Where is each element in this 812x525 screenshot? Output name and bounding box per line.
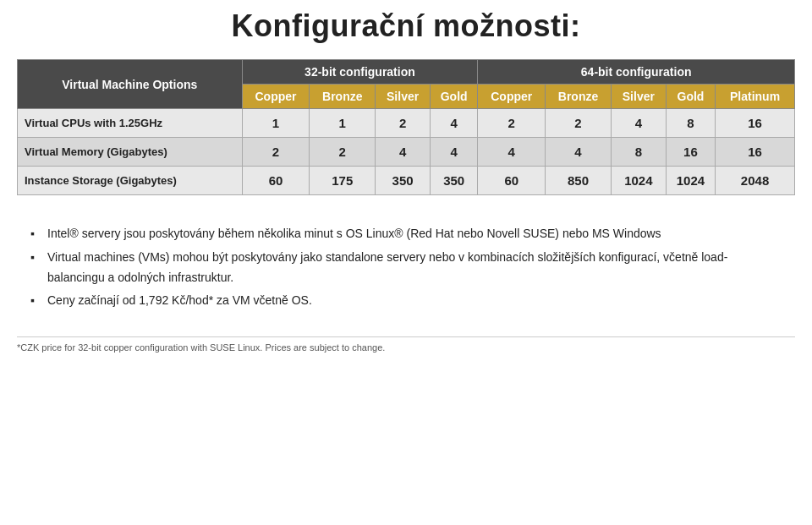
cell-r1-c5: 4 xyxy=(546,138,612,167)
sub-header-platinum: Platinum xyxy=(716,85,795,109)
cell-r0-c5: 2 xyxy=(546,109,612,138)
sub-header-silver: Silver xyxy=(611,85,666,109)
cell-r2-c7: 1024 xyxy=(666,167,715,195)
cell-r0-c3: 4 xyxy=(431,109,478,138)
cell-r1-c6: 8 xyxy=(611,138,666,167)
cell-r2-c4: 60 xyxy=(478,167,546,195)
cell-r2-c5: 850 xyxy=(546,167,612,195)
table-row: Virtual Memory (Gigabytes)22444481616 xyxy=(18,138,795,167)
cell-r0-c8: 16 xyxy=(716,109,795,138)
cell-r2-c1: 175 xyxy=(310,167,376,195)
cell-r2-c3: 350 xyxy=(431,167,478,195)
sub-header-gold: Gold xyxy=(666,85,715,109)
table-body: Virtual CPUs with 1.25GHz1124224816Virtu… xyxy=(18,109,795,195)
cell-r0-c7: 8 xyxy=(666,109,715,138)
sub-header-copper: Copper xyxy=(478,85,546,109)
config-64-header: 64-bit configuration xyxy=(478,60,795,85)
bullets-section: Intel® servery jsou poskytovány během ně… xyxy=(17,216,795,323)
cell-r0-c4: 2 xyxy=(478,109,546,138)
cell-r1-c0: 2 xyxy=(242,138,310,167)
sub-header-bronze: Bronze xyxy=(310,85,376,109)
bullet-list: Intel® servery jsou poskytovány během ně… xyxy=(30,224,782,311)
cell-r0-c1: 1 xyxy=(310,109,376,138)
sub-header-bronze: Bronze xyxy=(546,85,612,109)
config-table-wrapper: Virtual Machine Options 32-bit configura… xyxy=(17,59,795,195)
cell-r0-c0: 1 xyxy=(242,109,310,138)
cell-r2-c0: 60 xyxy=(242,167,310,195)
row-label-0: Virtual CPUs with 1.25GHz xyxy=(18,109,243,138)
header-group-row: Virtual Machine Options 32-bit configura… xyxy=(18,60,795,85)
vm-options-header: Virtual Machine Options xyxy=(18,60,243,109)
bullet-item-1: Virtual machines (VMs) mohou být poskyto… xyxy=(30,248,782,288)
cell-r1-c4: 4 xyxy=(478,138,546,167)
cell-r0-c6: 4 xyxy=(611,109,666,138)
cell-r2-c6: 1024 xyxy=(611,167,666,195)
footnote: *CZK price for 32-bit copper configurati… xyxy=(17,336,795,353)
cell-r0-c2: 2 xyxy=(376,109,431,138)
cell-r1-c1: 2 xyxy=(310,138,376,167)
cell-r1-c8: 16 xyxy=(716,138,795,167)
sub-header-gold: Gold xyxy=(431,85,478,109)
table-row: Instance Storage (Gigabytes)601753503506… xyxy=(18,167,795,195)
sub-header-silver: Silver xyxy=(376,85,431,109)
config-32-header: 32-bit configuration xyxy=(242,60,478,85)
cell-r1-c3: 4 xyxy=(431,138,478,167)
cell-r2-c8: 2048 xyxy=(716,167,795,195)
cell-r1-c2: 4 xyxy=(376,138,431,167)
row-label-2: Instance Storage (Gigabytes) xyxy=(18,167,243,195)
bullet-item-2: Ceny začínají od 1,792 Kč/hod* za VM vče… xyxy=(30,291,782,311)
bullet-item-0: Intel® servery jsou poskytovány během ně… xyxy=(30,224,782,244)
configuration-table: Virtual Machine Options 32-bit configura… xyxy=(17,59,795,195)
cell-r1-c7: 16 xyxy=(666,138,715,167)
cell-r2-c2: 350 xyxy=(376,167,431,195)
page-title: Konfigurační možnosti: xyxy=(17,8,795,44)
sub-header-copper: Copper xyxy=(242,85,310,109)
table-row: Virtual CPUs with 1.25GHz1124224816 xyxy=(18,109,795,138)
row-label-1: Virtual Memory (Gigabytes) xyxy=(18,138,243,167)
